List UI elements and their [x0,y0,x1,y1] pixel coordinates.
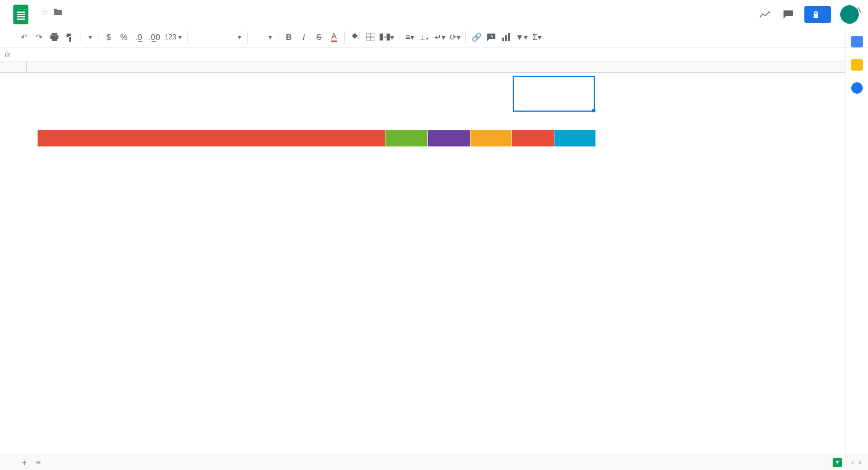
svg-rect-4 [387,34,390,41]
redo-button[interactable]: ↷ [32,30,46,44]
svg-rect-7 [508,33,510,41]
folder-icon[interactable] [53,8,62,16]
header-dairy [554,130,595,146]
percent-button[interactable]: % [117,30,131,44]
sheets-logo[interactable] [9,3,32,26]
menu-bar [36,19,758,23]
svg-rect-6 [505,35,507,41]
select-all-corner[interactable] [0,61,27,73]
all-sheets-button[interactable]: ≡ [31,456,45,469]
share-button[interactable] [804,6,831,23]
font-size-select[interactable]: ▾ [251,32,274,42]
side-panel [845,27,868,454]
fill-color-button[interactable] [348,30,362,44]
header-veggies [385,130,428,146]
add-sheet-button[interactable]: + [17,456,31,469]
calendar-icon[interactable] [851,36,863,47]
functions-button[interactable]: Σ▾ [530,30,544,44]
explore-button[interactable] [833,458,844,467]
fx-label: fx [5,50,10,58]
menu-help[interactable] [119,19,127,23]
svg-rect-3 [380,34,383,41]
menu-data[interactable] [88,19,96,23]
tasks-icon[interactable] [851,82,863,94]
menu-file[interactable] [36,19,44,23]
menu-view[interactable] [57,19,65,23]
selected-cell[interactable] [513,76,595,112]
bold-button[interactable]: B [282,30,296,44]
last-edit-link[interactable] [137,19,145,23]
font-select[interactable]: ▾ [192,32,244,42]
valign-button[interactable]: ⟂▾ [418,30,432,44]
formula-bar[interactable]: fx [0,47,868,61]
print-button[interactable] [47,30,61,44]
currency-button[interactable]: $ [102,30,116,44]
planner-header-row [38,130,604,146]
header-grains [470,130,512,146]
decrease-decimal-button[interactable]: .0̲ [132,30,146,44]
halign-button[interactable]: ≡▾ [403,30,417,44]
undo-button[interactable]: ↶ [17,30,31,44]
menu-insert[interactable] [67,19,75,23]
menu-edit[interactable] [46,19,54,23]
lock-icon [812,10,819,19]
insert-comment-button[interactable] [484,30,498,44]
header-protein [512,130,554,146]
more-formats-button[interactable]: 123 ▾ [163,32,184,42]
rotate-button[interactable]: ⟳▾ [448,30,462,44]
keep-icon[interactable] [851,59,863,71]
header-fruit [428,130,470,146]
strikethrough-button[interactable]: S [312,30,326,44]
filter-button[interactable]: ▼▾ [514,30,529,44]
comment-icon[interactable] [781,8,795,21]
text-color-button[interactable]: A [327,30,341,44]
header-day-meal [38,130,385,146]
zoom-select[interactable]: ▾ [84,32,94,42]
svg-rect-5 [502,38,504,41]
menu-format[interactable] [78,19,86,23]
italic-button[interactable]: I [297,30,311,44]
link-button[interactable]: 🔗 [469,30,483,44]
increase-decimal-button[interactable]: .0̲0 [147,30,161,44]
chart-button[interactable] [499,30,513,44]
merge-cells-button[interactable]: ▾ [378,30,395,44]
trend-icon[interactable] [758,8,772,21]
spreadsheet-grid[interactable] [0,61,845,454]
toolbar: ↶ ↷ ▾ $ % .0̲ .0̲0 123 ▾ ▾ ▾ B I S A ▾ ≡… [0,27,868,47]
wrap-button[interactable]: ↵▾ [433,30,447,44]
menu-addons[interactable] [109,19,117,23]
borders-button[interactable] [363,30,377,44]
collapse-toolbar-button[interactable]: ᐱ [856,6,861,14]
app-header: ☆ [0,0,868,27]
paint-format-button[interactable] [62,30,76,44]
star-icon[interactable]: ☆ [41,6,49,17]
menu-tools[interactable] [98,19,106,23]
sheet-tabs-bar: + ≡ ‹ › [0,454,868,470]
